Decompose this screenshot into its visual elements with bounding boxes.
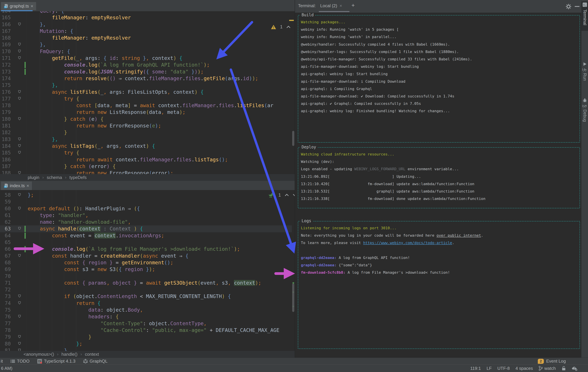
code-line: 74 return { <box>0 300 292 307</box>
gear-icon[interactable] <box>566 4 571 10</box>
breadcrumb-item[interactable]: handle() <box>62 352 77 357</box>
line-separator[interactable]: LF <box>487 366 492 371</box>
code-line: 184 async listTags(_, args, context) { <box>0 143 292 150</box>
terminal-line: @webiny/handler-logs: Successfully compi… <box>301 48 578 56</box>
scrollbar-thumb[interactable] <box>292 131 294 146</box>
tab-graphql-ts[interactable]: TS graphql.ts × <box>1 2 36 10</box>
terminal-line: 13:21:06.892[ ] Updating... <box>301 173 578 180</box>
terminal-line: api-graphql: i Compiling Graphql <box>301 85 578 93</box>
terminal-lines: Watching packages...webiny info: Running… <box>301 19 578 115</box>
cloud-sync-icon[interactable]: ? <box>572 366 578 371</box>
terminal-line: 13:21:16.338[ fm-download] done update a… <box>301 195 578 202</box>
breadcrumb-item[interactable]: typeDefs <box>69 175 87 180</box>
editor-graphql[interactable]: 164 Query: {165 fileManager: emptyResolv… <box>0 11 295 174</box>
event-log-button[interactable]: 2 Event Log <box>538 358 566 365</box>
fold-region-icon[interactable] <box>18 97 21 101</box>
terminal-line: fm-download-5cfc8b8: A log from File Man… <box>301 269 578 276</box>
terminal-line: Listening for incoming logs on port 3010… <box>301 224 578 232</box>
code-line: 168 fileManager: emptyResolver <box>0 35 292 41</box>
fold-region-icon[interactable] <box>18 227 21 231</box>
fold-region-icon[interactable] <box>18 301 21 305</box>
fold-region-icon[interactable] <box>18 56 21 60</box>
minimize-icon[interactable] <box>575 6 579 7</box>
fold-region-icon[interactable] <box>18 335 21 339</box>
scrollbar-warning-mark <box>289 20 294 21</box>
terminal-line: Watching cloud infrastructure resources.… <box>301 151 578 158</box>
code-line: 60export default (): HandlerPlugin ⇒ ({ <box>0 205 292 212</box>
breadcrumb-item[interactable]: schema <box>47 175 62 180</box>
code-line: 178 const [data, meta] = await context.f… <box>0 102 292 109</box>
indent-setting[interactable]: 4 spaces <box>515 366 533 371</box>
editor-index[interactable]: 58};5960export default (): HandlerPlugin… <box>0 190 295 351</box>
inspection-widget[interactable]: 1 <box>268 192 295 198</box>
fold-region-icon[interactable] <box>18 90 21 94</box>
warning-icon <box>271 24 276 30</box>
lock-icon[interactable] <box>561 366 566 371</box>
fold-region-icon[interactable] <box>18 349 21 351</box>
tool-button-run[interactable]: 4: Run <box>581 62 588 92</box>
chevron-up-icon[interactable] <box>284 193 289 197</box>
terminal-section-build: Build Watching packages...webiny info: R… <box>298 15 580 142</box>
status-message-clipped: 6 AM) <box>1 365 12 372</box>
terminal-tab-underline <box>319 11 349 12</box>
breadcrumb-item[interactable]: context <box>85 352 99 357</box>
terminal-line: Watching packages... <box>301 19 578 26</box>
file-encoding[interactable]: UTF-8 <box>497 366 510 371</box>
breadcrumb-separator: › <box>42 175 44 180</box>
new-terminal-button[interactable]: + <box>351 2 355 9</box>
tab-label: graphql.ts <box>10 3 29 9</box>
fold-region-icon[interactable] <box>18 207 21 211</box>
tool-button-debug[interactable]: 5: Debug <box>581 98 588 133</box>
fold-region-icon[interactable] <box>18 50 21 53</box>
tool-button-terminal[interactable]: >_ Terminal <box>581 1 588 31</box>
close-icon[interactable]: × <box>339 3 342 8</box>
git-branch[interactable]: watch <box>539 366 556 371</box>
tool-button-label: Terminal <box>582 10 587 25</box>
fold-region-icon[interactable] <box>18 193 21 197</box>
scrollbar-thumb[interactable] <box>292 283 294 312</box>
chevron-up-icon[interactable] <box>286 26 291 29</box>
fold-region-icon[interactable] <box>18 254 21 258</box>
editor1-tabbar: TS graphql.ts × <box>0 0 295 11</box>
code-line: 73 if (object.ContentLength < MAX_RETURN… <box>0 293 292 300</box>
tool-button-git-clipped[interactable]: it <box>1 359 3 364</box>
run-icon <box>583 62 587 66</box>
fold-region-icon[interactable] <box>18 151 21 155</box>
svg-text:TS: TS <box>4 6 6 8</box>
close-icon[interactable]: × <box>27 184 29 188</box>
terminal-line: webiny info: Running 'watch' in parallel… <box>301 33 578 40</box>
inspection-widget[interactable]: 1 <box>271 24 295 30</box>
terminal-line: api-file-manager-download: webiny log: S… <box>301 63 578 70</box>
typescript-file-icon: TS <box>4 4 8 8</box>
fold-region-icon[interactable] <box>18 294 21 298</box>
terminal-line: webiny info: Running 'watch' in 5 packag… <box>301 26 578 33</box>
chevron-down-icon[interactable] <box>294 26 295 29</box>
fold-region-icon[interactable] <box>18 43 21 47</box>
chevron-down-icon[interactable] <box>293 193 295 197</box>
caret-position[interactable]: 119:1 <box>470 366 481 371</box>
terminal-panel[interactable]: Terminal: Local (2) × + Build Watching p… <box>295 0 582 358</box>
tab-index-ts[interactable]: TS index.ts × <box>1 181 32 190</box>
close-icon[interactable]: × <box>31 5 33 8</box>
fold-region-icon[interactable] <box>18 22 21 27</box>
fold-region-icon[interactable] <box>18 171 21 174</box>
tab-label: index.ts <box>10 183 25 188</box>
code-line: 79 } <box>0 334 292 340</box>
external-link[interactable]: https://www.webiny.com/docs/todo-article <box>363 241 452 245</box>
fold-region-icon[interactable] <box>18 144 21 148</box>
fold-region-icon[interactable] <box>18 342 21 346</box>
code-line: 185 try { <box>0 150 292 156</box>
tool-button-graphql[interactable]: GraphQL <box>83 359 108 364</box>
terminal-tab-local[interactable]: Local (2) × <box>320 3 342 8</box>
tool-button-typescript[interactable]: TS TypeScript 4.1.3 <box>37 359 75 364</box>
fold-region-icon[interactable] <box>18 117 21 121</box>
breadcrumb-item[interactable]: <anonymous>() <box>23 352 54 357</box>
breadcrumb-item[interactable]: plugin <box>28 175 39 180</box>
code-line: 63 async handle(context : Context ) { <box>0 225 292 232</box>
terminal-title: Terminal: <box>298 3 316 8</box>
tool-button-todo[interactable]: TODO <box>10 359 30 364</box>
fold-region-icon[interactable] <box>18 315 21 319</box>
fold-region-icon[interactable] <box>18 137 21 141</box>
svg-text:>_: >_ <box>583 3 586 6</box>
code-line: 71 const { params, object } = await getS… <box>0 280 292 286</box>
